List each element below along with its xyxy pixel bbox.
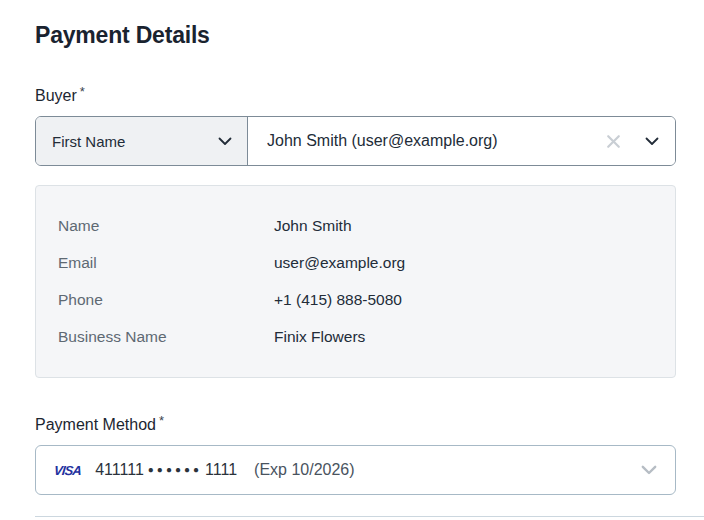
visa-logo-icon: VISA <box>53 463 82 478</box>
card-expiry: (Exp 10/2026) <box>254 461 355 479</box>
buyer-combobox[interactable]: John Smith (user@example.org) <box>248 117 675 165</box>
detail-label: Phone <box>58 289 274 311</box>
buyer-control: First Name John Smith (user@example.org) <box>35 116 676 166</box>
payment-method-section: Payment Method* VISA 411111●●●●●●1111 (E… <box>35 411 676 495</box>
payment-method-required-asterisk: * <box>159 413 164 428</box>
section-divider <box>35 516 704 517</box>
buyer-filter-dropdown[interactable]: First Name <box>36 117 248 165</box>
chevron-down-icon <box>641 465 657 475</box>
detail-row-name: Name John Smith <box>58 215 655 237</box>
buyer-details-panel: Name John Smith Email user@example.org P… <box>35 185 676 378</box>
buyer-label-text: Buyer <box>35 87 77 104</box>
chevron-down-icon[interactable] <box>645 137 659 146</box>
detail-label: Name <box>58 215 274 237</box>
buyer-required-asterisk: * <box>80 84 85 99</box>
detail-label: Business Name <box>58 326 274 348</box>
payment-method-field-label: Payment Method* <box>35 411 676 435</box>
detail-value: user@example.org <box>274 252 405 274</box>
card-masked-digits: ●●●●●● <box>148 464 202 475</box>
payment-method-label-text: Payment Method <box>35 416 156 433</box>
detail-value: +1 (415) 888-5080 <box>274 289 402 311</box>
page-title: Payment Details <box>35 20 676 50</box>
detail-label: Email <box>58 252 274 274</box>
card-number: 411111●●●●●●1111 <box>95 461 237 479</box>
payment-details-page: Payment Details Buyer* First Name John S… <box>0 0 704 520</box>
buyer-filter-selected-option: First Name <box>52 133 125 150</box>
payment-method-dropdown[interactable]: VISA 411111●●●●●●1111 (Exp 10/2026) <box>35 445 676 495</box>
chevron-down-icon <box>218 137 232 146</box>
card-last4: 1111 <box>205 461 237 478</box>
buyer-combobox-value: John Smith (user@example.org) <box>267 132 606 150</box>
form-content: Payment Details Buyer* First Name John S… <box>35 20 676 495</box>
clear-icon[interactable] <box>606 134 621 149</box>
detail-row-phone: Phone +1 (415) 888-5080 <box>58 289 655 311</box>
detail-row-email: Email user@example.org <box>58 252 655 274</box>
detail-value: Finix Flowers <box>274 326 365 348</box>
detail-row-business-name: Business Name Finix Flowers <box>58 326 655 348</box>
detail-value: John Smith <box>274 215 352 237</box>
buyer-field-label: Buyer* <box>35 82 676 106</box>
card-bin: 411111 <box>95 461 144 478</box>
